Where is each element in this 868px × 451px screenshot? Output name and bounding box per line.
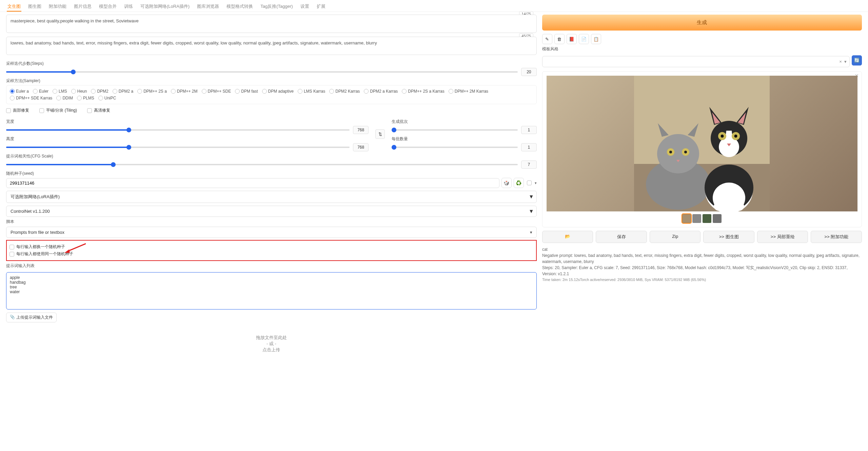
tool-button-2[interactable]: 📕 (567, 34, 577, 44)
thumbnail[interactable] (692, 214, 701, 223)
width-slider[interactable] (6, 129, 350, 131)
tab-10[interactable]: 设置 (300, 2, 310, 12)
chevron-left-icon: ◀ (528, 210, 533, 213)
same-seed-check[interactable]: 每行输入都使用同一个随机种子 (9, 251, 533, 257)
steps-label: 采样迭代步数(Steps) (6, 61, 537, 67)
tab-4[interactable]: 模型合并 (98, 2, 117, 12)
batch-count-value[interactable]: 1 (521, 126, 537, 134)
tab-6[interactable]: 可选附加网络(LoRA插件) (140, 2, 190, 12)
random-seed-button[interactable]: 🎲 (501, 178, 512, 188)
tool-button-4[interactable]: 📋 (591, 34, 601, 44)
script-select[interactable]: Prompts from file or textbox (6, 227, 537, 238)
thumbnail[interactable] (682, 214, 691, 223)
cfg-label: 提示词相关性(CFG Scale) (6, 153, 537, 159)
swap-dims-button[interactable]: ⇅ (375, 129, 385, 139)
iterate-seed-check[interactable]: 每行输入都换一个随机种子 (9, 244, 533, 250)
sampler-DPM-fast[interactable]: DPM fast (235, 89, 258, 94)
generation-info: cat Negative prompt: lowres, bad anatomy… (542, 246, 862, 283)
steps-slider[interactable] (6, 71, 518, 73)
svg-point-24 (721, 135, 724, 138)
neg-prompt-input[interactable] (6, 37, 537, 55)
prompt-input[interactable] (6, 15, 537, 33)
tab-7[interactable]: 图库浏览器 (196, 2, 220, 12)
sampler-DPM-SDE-Karras[interactable]: DPM++ SDE Karras (10, 96, 52, 100)
sampler-PLMS[interactable]: PLMS (77, 96, 94, 100)
sampler-DPM-adaptive[interactable]: DPM adaptive (262, 89, 294, 94)
style-select[interactable]: × ▾ (542, 56, 850, 67)
lora-accordion[interactable]: 可选附加网络(LoRA插件)◀ (6, 191, 537, 203)
tab-0[interactable]: 文生图 (7, 2, 21, 12)
tool-button-1[interactable]: 🗑 (554, 34, 565, 44)
output-btn-4[interactable]: >> 局部重绘 (757, 231, 808, 243)
sampler-DPM-2S-a[interactable]: DPM++ 2S a (137, 89, 167, 94)
sampler-DPM2-Karras[interactable]: DPM2 Karras (329, 89, 360, 94)
tab-11[interactable]: 扩展 (316, 2, 326, 12)
controlnet-accordion[interactable]: ControlNet v1.1.200◀ (6, 206, 537, 217)
hires-check[interactable]: 高清修复 (87, 108, 110, 113)
height-value[interactable]: 768 (353, 143, 369, 151)
generate-button[interactable]: 生成 (542, 15, 862, 31)
face-restore-check[interactable]: 面部修复 (6, 108, 29, 113)
annotation-highlight-box: 每行输入都换一个随机种子 每行输入都使用同一个随机种子 (6, 240, 537, 261)
sampler-DPM-SDE[interactable]: DPM++ SDE (202, 89, 231, 94)
seed-extra-check[interactable] (526, 178, 533, 188)
tab-5[interactable]: 训练 (123, 2, 134, 12)
svg-point-29 (731, 202, 744, 211)
tiling-check[interactable]: 平铺/分块 (Tiling) (39, 108, 77, 113)
tool-button-0[interactable]: ✎ (542, 34, 552, 44)
height-slider[interactable] (6, 147, 350, 148)
svg-point-6 (657, 134, 699, 173)
sampler-DDIM[interactable]: DDIM (56, 96, 73, 100)
batch-size-slider[interactable] (392, 147, 518, 148)
output-btn-0[interactable]: 📂 (542, 231, 593, 243)
toolbar: ✎🗑📕📄📋 (542, 34, 862, 44)
batch-count-slider[interactable] (392, 129, 518, 131)
cfg-slider[interactable] (6, 164, 518, 165)
svg-point-10 (669, 151, 672, 153)
sampler-Euler[interactable]: Euler (33, 89, 48, 94)
sampler-UniPC[interactable]: UniPC (98, 96, 116, 100)
style-label: 模板风格 (542, 46, 862, 52)
output-btn-3[interactable]: >> 图生图 (703, 231, 754, 243)
output-actions: 📂保存Zip>> 图生图>> 局部重绘>> 附加功能 (542, 231, 862, 243)
steps-value[interactable]: 20 (521, 68, 537, 76)
sampler-DPM2-a-Karras[interactable]: DPM2 a Karras (364, 89, 398, 94)
refresh-styles-button[interactable]: 🔄 (852, 55, 862, 65)
tab-2[interactable]: 附加功能 (48, 2, 67, 12)
sampler-DPM2[interactable]: DPM2 (91, 89, 108, 94)
sampler-DPM2-a[interactable]: DPM2 a (113, 89, 133, 94)
sampler-label: 采样方法(Sampler) (6, 78, 537, 84)
reuse-seed-button[interactable]: ♻️ (514, 178, 524, 188)
sampler-DPM-2M[interactable]: DPM++ 2M (171, 89, 198, 94)
width-value[interactable]: 768 (353, 126, 369, 134)
sampler-Euler-a[interactable]: Euler a (10, 89, 29, 94)
output-btn-5[interactable]: >> 附加功能 (811, 231, 862, 243)
upload-prompt-file-button[interactable]: 📎 上传提示词输入文件 (6, 313, 57, 322)
tab-1[interactable]: 图生图 (27, 2, 42, 12)
tool-button-3[interactable]: 📄 (579, 34, 589, 44)
sampler-LMS-Karras[interactable]: LMS Karras (298, 89, 325, 94)
file-dropzone[interactable]: 拖放文件至此处 - 或 - 点击上传 (6, 322, 537, 365)
thumbnail[interactable] (713, 214, 722, 223)
tab-3[interactable]: 图片信息 (73, 2, 92, 12)
sampler-Heun[interactable]: Heun (71, 89, 87, 94)
sampler-LMS[interactable]: LMS (53, 89, 67, 94)
tab-9[interactable]: Tag反推(Tagger) (260, 2, 293, 12)
output-gallery: ✕ (542, 71, 862, 227)
output-btn-1[interactable]: 保存 (596, 231, 647, 243)
sampler-DPM-2M-Karras[interactable]: DPM++ 2M Karras (449, 89, 488, 94)
main-tabs: 文生图图生图附加功能图片信息模型合并训练可选附加网络(LoRA插件)图库浏览器模… (0, 0, 868, 12)
sampler-DPM-2S-a-Karras[interactable]: DPM++ 2S a Karras (402, 89, 444, 94)
tab-8[interactable]: 模型格式转换 (226, 2, 254, 12)
batch-size-value[interactable]: 1 (521, 143, 537, 151)
prompt-list-input[interactable] (6, 272, 537, 309)
output-btn-2[interactable]: Zip (650, 231, 701, 243)
chevron-left-icon: ◀ (528, 195, 533, 199)
cfg-value[interactable]: 7 (521, 161, 537, 169)
svg-rect-3 (634, 76, 770, 164)
seed-input[interactable] (6, 178, 499, 188)
thumbnail[interactable] (703, 214, 711, 223)
sampler-group: Euler aEulerLMSHeunDPM2DPM2 aDPM++ 2S aD… (6, 85, 537, 104)
batch-count-label: 生成批次 (392, 119, 537, 125)
output-image[interactable] (547, 76, 857, 211)
